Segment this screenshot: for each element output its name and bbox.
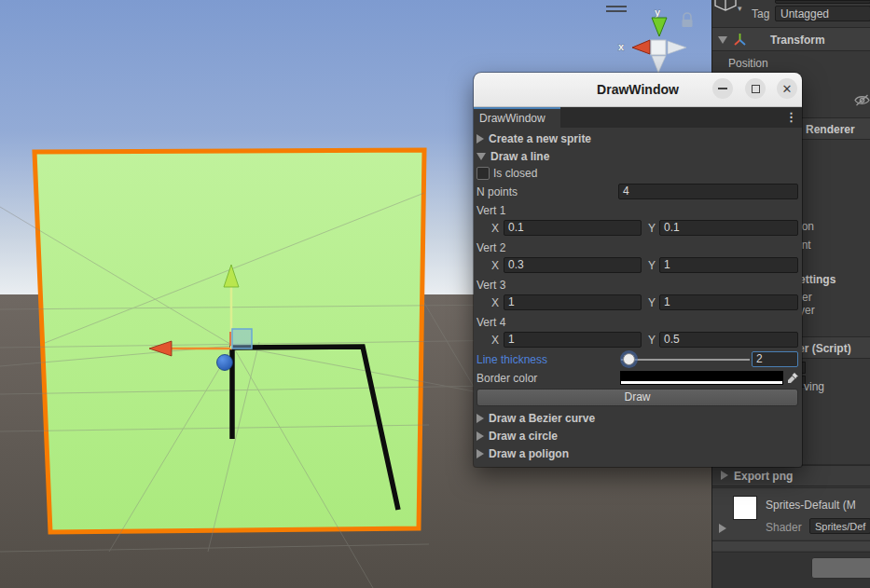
foldout-poligon[interactable]: Draw a poligon	[476, 445, 569, 461]
material-name: Sprites-Default (M	[766, 499, 856, 512]
vert-label: Vert 1	[476, 204, 505, 217]
vert-y-field[interactable]: 1	[659, 294, 798, 310]
color-alpha-bar	[621, 381, 782, 384]
vert-label: Vert 4	[476, 316, 505, 329]
vert-y-field[interactable]: 0.1	[659, 220, 798, 236]
selected-sprite-quad[interactable]	[35, 150, 424, 532]
close-icon: ✕	[782, 83, 793, 95]
draw-window: DrawWindow ✕ DrawWindow ⋮ Create a new s…	[474, 73, 802, 467]
foldout-create-sprite[interactable]: Create a new sprite	[476, 130, 591, 146]
shader-label: Shader	[766, 521, 802, 534]
foldout-closed-icon	[476, 449, 484, 458]
foldout-open-icon[interactable]	[718, 36, 727, 44]
foldout-label: Draw a circle	[489, 430, 558, 443]
foldout-label: Draw a poligon	[489, 447, 569, 460]
gameobject-caret-icon[interactable]: ▾	[738, 4, 742, 13]
script-header-fragment: er (Script)	[798, 342, 851, 355]
y-axis-label: Y	[648, 222, 656, 235]
y-axis-label: Y	[648, 296, 656, 309]
gizmo-center-cube[interactable]	[651, 40, 666, 55]
footer-button[interactable]	[811, 557, 870, 579]
tag-label: Tag	[752, 7, 769, 21]
renderer-header-label: Renderer	[806, 123, 855, 136]
name-field-sliver	[775, 0, 870, 4]
minimize-icon	[718, 88, 727, 89]
line-thickness-slider-track[interactable]	[621, 359, 750, 361]
is-closed-checkbox[interactable]	[476, 167, 490, 180]
eyedropper-icon	[787, 372, 799, 384]
x-axis-label: X	[491, 334, 499, 347]
maximize-button[interactable]	[745, 78, 766, 99]
y-axis-label: Y	[648, 259, 656, 272]
vert-y-field[interactable]: 0.5	[659, 332, 798, 348]
gizmo-xy-plane-handle[interactable]	[232, 329, 252, 349]
vert-label: Vert 2	[476, 241, 505, 254]
field-label-fragment: er	[802, 291, 812, 304]
foldout-closed-icon	[476, 431, 484, 441]
tag-dropdown[interactable]: Untagged	[775, 6, 870, 21]
visibility-off-icon[interactable]	[854, 94, 870, 106]
foldout-label: Create a new sprite	[489, 132, 591, 145]
kebab-menu-icon[interactable]: ⋮	[785, 110, 797, 124]
x-axis-label: X	[491, 222, 499, 235]
axis-label-x: x	[618, 41, 625, 52]
material-header[interactable]: Sprites-Default (M Shader Sprites/Def	[712, 488, 870, 540]
gizmo-center-sphere[interactable]	[217, 355, 233, 371]
minimize-button[interactable]	[712, 78, 733, 99]
export-png-row[interactable]: Export png	[712, 465, 870, 486]
foldout-circle[interactable]: Draw a circle	[476, 428, 558, 444]
unity-editor-root: { "colors": { "accent_blue": "#4a80b5", …	[0, 0, 870, 588]
foldout-closed-icon[interactable]	[719, 524, 726, 533]
close-button[interactable]: ✕	[777, 78, 797, 99]
foldout-open-icon	[476, 153, 486, 160]
field-label-fragment: ving	[804, 380, 824, 393]
border-color-label: Border color	[476, 372, 537, 385]
shader-dropdown[interactable]: Sprites/Def	[809, 518, 870, 534]
line-thickness-slider-handle[interactable]	[623, 353, 635, 365]
settings-header-fragment: ettings	[799, 273, 835, 286]
vert-y-field[interactable]: 1	[659, 257, 798, 273]
transform-icon	[733, 33, 747, 47]
material-thumbnail[interactable]	[733, 496, 757, 520]
y-axis-label: Y	[648, 334, 656, 347]
n-points-label: N points	[476, 185, 518, 198]
vert-x-field[interactable]: 1	[504, 294, 642, 310]
foldout-bezier[interactable]: Draw a Bezier curve	[476, 410, 595, 426]
foldout-label: Draw a Bezier curve	[489, 412, 595, 425]
maximize-icon	[752, 85, 760, 93]
n-points-field[interactable]: 4	[618, 184, 798, 199]
foldout-draw-line[interactable]: Draw a line	[476, 148, 549, 164]
export-png-label: Export png	[734, 470, 793, 483]
vert-x-field[interactable]: 0.1	[504, 220, 642, 236]
transform-header[interactable]: Transform	[712, 27, 870, 51]
vert-label: Vert 3	[476, 279, 505, 292]
foldout-label: Draw a line	[490, 150, 549, 163]
x-axis-label: X	[491, 259, 499, 272]
x-axis-label: X	[491, 296, 499, 309]
foldout-closed-icon	[476, 134, 484, 144]
draw-button[interactable]: Draw	[476, 389, 798, 406]
axis-label-y: y	[655, 7, 661, 18]
foldout-closed-icon[interactable]	[721, 471, 728, 480]
is-closed-label: Is closed	[493, 167, 537, 180]
vert-x-field[interactable]: 0.3	[504, 257, 642, 273]
draw-window-titlebar[interactable]: DrawWindow ✕	[474, 73, 802, 107]
foldout-closed-icon	[476, 414, 484, 423]
tab-bar: DrawWindow ⋮	[474, 107, 802, 128]
position-label: Position	[728, 57, 768, 70]
border-color-swatch[interactable]	[620, 371, 783, 385]
section-gap	[712, 541, 870, 551]
tab-drawwindow[interactable]: DrawWindow	[474, 107, 560, 128]
eyedropper-button[interactable]	[785, 371, 800, 385]
line-thickness-label: Line thickness	[476, 353, 547, 366]
line-thickness-field[interactable]: 2	[752, 351, 798, 367]
transform-header-label: Transform	[770, 34, 825, 47]
vert-x-field[interactable]: 1	[504, 332, 642, 348]
